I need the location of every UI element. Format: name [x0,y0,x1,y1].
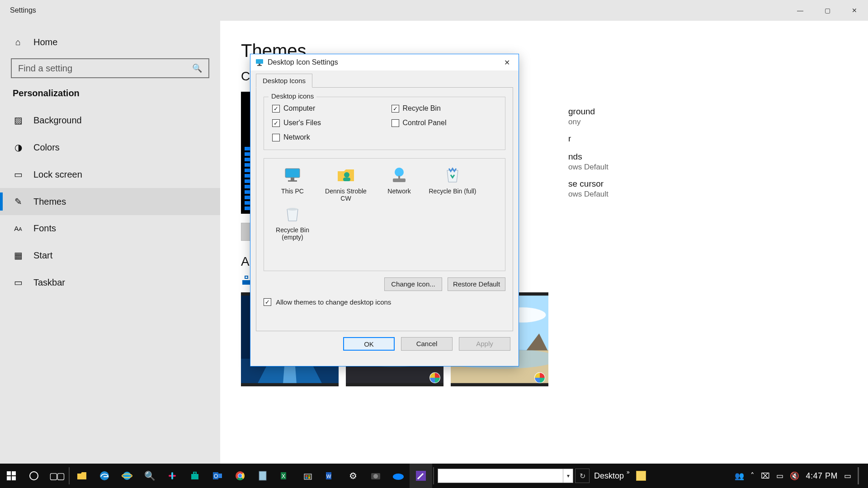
sticky-note-icon[interactable] [636,471,646,481]
checkbox-computer[interactable]: ✓Computer [272,104,378,113]
taskbar-app-word[interactable]: W [319,464,342,488]
sidebar-item-background[interactable]: ▨ Background [0,107,220,134]
theme-detail-row[interactable]: nds [568,147,609,163]
window-controls: — ▢ ✕ [787,0,868,21]
checkbox-icon: ✓ [392,105,399,113]
tray-expand-icon[interactable]: ˄ [750,471,755,481]
taskbar-app-onedrive[interactable] [387,464,410,488]
checkbox-icon [272,134,280,141]
cortana-button[interactable] [23,464,45,488]
icon-item-network[interactable]: Network [373,163,426,202]
sidebar-item-colors[interactable]: ◑ Colors [0,134,220,161]
notepad-icon [258,470,267,481]
address-refresh-button[interactable]: ↻ [575,469,590,483]
dialog-close-button[interactable]: ✕ [497,58,517,67]
taskbar-app-edge[interactable] [93,464,116,488]
file-explorer-icon [76,471,87,481]
svg-point-64 [393,474,404,480]
camera-icon [370,471,381,480]
tab-desktop-icons[interactable]: Desktop Icons [256,74,312,88]
gear-icon: ⚙ [349,470,357,481]
dialog-titlebar[interactable]: Desktop Icon Settings ✕ [250,54,519,70]
svg-rect-55 [304,474,311,479]
msstore-icon [303,471,313,481]
taskbar-app-store[interactable] [184,464,206,488]
icon-item-recycle-full[interactable]: Recycle Bin (full) [426,163,479,202]
restore-default-button[interactable]: Restore Default [448,277,505,291]
dialog-footer: OK Cancel Apply [250,331,519,357]
theme-detail-row[interactable]: ground [568,102,609,117]
search-placeholder: Find a setting [18,63,72,74]
chrome-icon [235,471,245,481]
svg-rect-35 [12,476,16,480]
sidebar-item-lock-screen[interactable]: ▭ Lock screen [0,161,220,188]
ie-icon [122,470,132,481]
taskbar-app-paint[interactable] [410,464,432,488]
icon-preview-grid[interactable]: This PC Dennis Stroble CW Network Recycl… [264,158,505,271]
allow-themes-checkbox[interactable]: ✓ Allow themes to change desktop icons [264,297,505,306]
outlook-icon: O [212,471,223,481]
theme-detail-row[interactable]: r [568,129,609,145]
cancel-button[interactable]: Cancel [401,337,453,351]
minimize-button[interactable]: — [787,0,814,21]
volume-icon[interactable]: 🔇 [790,471,799,481]
checkbox-network[interactable]: Network [272,133,378,141]
sidebar-item-fonts[interactable]: AA Fonts [0,215,220,242]
sidebar-item-themes[interactable]: ✎ Themes [0,188,220,215]
taskbar-address-bar[interactable]: ▾ [438,469,573,483]
svg-rect-43 [193,472,196,474]
icon-item-recycle-empty[interactable]: Recycle Bin (empty) [266,202,319,241]
taskbar-app-settings[interactable]: ⚙ [342,464,364,488]
taskbar-app-camera[interactable] [364,464,387,488]
taskbar-app-search[interactable]: 🔍 [138,464,161,488]
network-tray-icon[interactable]: ▭ [776,471,783,481]
chevron-right-icon[interactable]: » [627,469,630,475]
search-input[interactable]: Find a setting 🔍 [11,58,209,78]
svg-text:X: X [282,473,285,479]
svg-rect-20 [259,64,260,65]
apply-button[interactable]: Apply [459,337,510,351]
taskbar-app-file-explorer[interactable] [71,464,93,488]
svg-rect-52 [259,471,266,480]
taskbar-app-outlook[interactable]: O [206,464,229,488]
show-desktop-button[interactable] [858,467,859,484]
sidebar-home[interactable]: ⌂ Home [0,29,220,56]
window-title: Settings [0,6,36,14]
svg-rect-21 [257,65,262,66]
change-icon-button[interactable]: Change Icon... [384,277,442,291]
slack-icon [167,471,177,481]
fonts-icon: AA [13,225,24,232]
dialog-title: Desktop Icon Settings [268,58,338,66]
taskbar-app-slack[interactable] [161,464,184,488]
checkbox-users-files[interactable]: ✓User's Files [272,119,378,127]
taskbar-app-ie[interactable] [116,464,138,488]
address-label[interactable]: Desktop [594,471,624,481]
checkbox-recycle-bin[interactable]: ✓Recycle Bin [392,104,497,113]
icon-item-this-pc[interactable]: This PC [266,163,319,202]
svg-point-28 [395,168,404,177]
sidebar-item-taskbar[interactable]: ▭ Taskbar [0,269,220,296]
colors-icon: ◑ [13,142,24,153]
battery-icon[interactable]: ⌧ [761,471,770,481]
taskbar-app-msstore[interactable] [297,464,319,488]
taskbar-app-notepad[interactable] [251,464,274,488]
ok-button[interactable]: OK [343,337,395,351]
svg-rect-27 [343,178,350,181]
task-view-button[interactable]: ▢▢ [45,464,68,488]
theme-detail-row[interactable]: se cursor [568,174,609,190]
sidebar-item-start[interactable]: ▦ Start [0,242,220,269]
start-button[interactable] [0,464,23,488]
start-icon: ▦ [13,250,24,261]
taskbar-clock[interactable]: 4:47 PM [806,471,838,481]
close-button[interactable]: ✕ [841,0,868,21]
maximize-button[interactable]: ▢ [814,0,841,21]
action-center-icon[interactable]: ▭ [844,471,851,481]
address-dropdown-icon[interactable]: ▾ [563,469,573,483]
taskbar-app-chrome[interactable] [229,464,251,488]
people-icon[interactable]: 👥 [735,471,744,481]
group-label: Desktop icons [269,92,316,100]
taskbar-app-excel[interactable]: X [274,464,297,488]
icon-item-user[interactable]: Dennis Stroble CW [319,163,373,202]
home-icon: ⌂ [13,37,24,47]
checkbox-control-panel[interactable]: Control Panel [392,119,497,127]
